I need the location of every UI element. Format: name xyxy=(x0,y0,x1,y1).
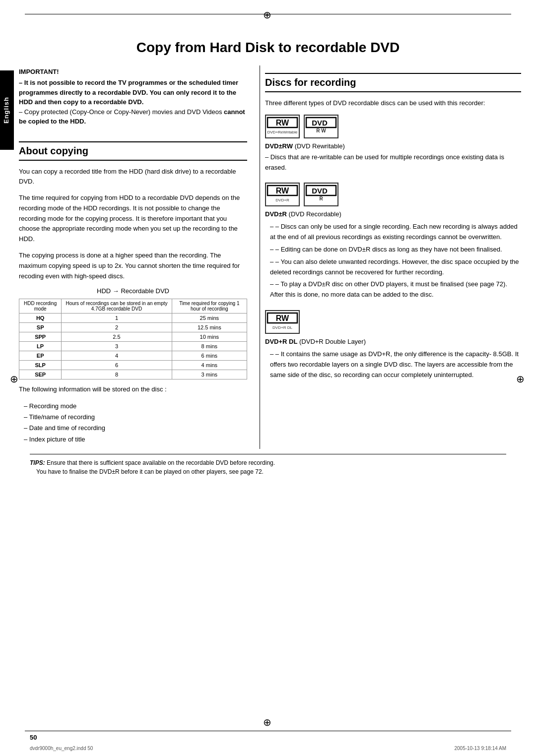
table-row: EP46 mins xyxy=(19,351,247,361)
left-column: IMPORTANT! – It is not possible to recor… xyxy=(14,65,257,449)
disc-rw-section: RW DVD+ReWritable DVD R W DVD±RW (DVD Re… xyxy=(265,115,521,173)
important-title: IMPORTANT! xyxy=(19,68,247,75)
disc2-title: DVD±R (DVD Recordable) xyxy=(265,210,521,218)
crosshair-mid-right xyxy=(516,373,526,383)
about-copying-para3: The copying process is done at a higher … xyxy=(19,251,247,281)
table-cell-5-1: 6 xyxy=(62,361,172,370)
table-row: SP212.5 mins xyxy=(19,323,247,332)
important-text: – It is not possible to record the TV pr… xyxy=(19,78,247,126)
disc1-description: – Discs that are re-writable can be used… xyxy=(265,152,521,173)
hdd-recording-table: HDD recording mode Hours of recordings c… xyxy=(19,299,247,379)
list-item: – Discs can only be used for a single re… xyxy=(270,222,521,243)
crosshair-bottom xyxy=(263,716,273,726)
table-cell-1-0: SP xyxy=(19,323,62,332)
right-column: Discs for recording Three different type… xyxy=(260,65,536,449)
crosshair-mid-left xyxy=(10,373,20,383)
discs-heading: Discs for recording xyxy=(265,73,521,92)
hdd-table-section: HDD → Recordable DVD HDD recording mode … xyxy=(19,287,247,379)
dvdrdl-logos: RW DVD+R DL xyxy=(265,310,521,334)
col-header-mode: HDD recording mode xyxy=(19,299,62,314)
svg-text:RW: RW xyxy=(276,119,289,127)
disc1-title-suffix: (DVD Rewritable) xyxy=(293,142,345,150)
table-cell-3-2: 8 mins xyxy=(172,342,247,351)
col-header-hours: Hours of recordings can be stored in an … xyxy=(62,299,172,314)
svg-text:DVD+R: DVD+R xyxy=(275,198,289,202)
disc3-title-suffix: (DVD+R Double Layer) xyxy=(297,338,366,345)
page-container: Copy from Hard Disk to recordable DVD En… xyxy=(0,0,536,756)
table-cell-4-1: 4 xyxy=(62,351,172,361)
table-header-row: HDD recording mode Hours of recordings c… xyxy=(19,299,247,314)
table-cell-5-2: 4 mins xyxy=(172,361,247,370)
stored-info-list: Recording modeTitle/name of recordingDat… xyxy=(24,401,247,444)
bottom-line xyxy=(25,731,511,731)
table-cell-1-2: 12.5 mins xyxy=(172,323,247,332)
list-item: Date and time of recording xyxy=(24,423,247,434)
tips-label-text: TIPS: xyxy=(30,459,45,466)
dvdr-logos: RW DVD+R DVD R xyxy=(265,183,521,206)
list-item: – It contains the same usage as DVD+R, t… xyxy=(270,349,521,380)
about-copying-para2: The time required for copying from HDD t… xyxy=(19,193,247,245)
table-cell-6-1: 8 xyxy=(62,370,172,379)
page-title: Copy from Hard Disk to recordable DVD xyxy=(30,40,506,56)
tips-text: Ensure that there is sufficient space av… xyxy=(30,459,275,475)
table-cell-0-0: HQ xyxy=(19,314,62,323)
table-cell-0-1: 1 xyxy=(62,314,172,323)
dvdrw-logos: RW DVD+ReWritable DVD R W xyxy=(265,115,521,138)
table-row: SPP2.510 mins xyxy=(19,332,247,342)
table-cell-6-2: 3 mins xyxy=(172,370,247,379)
disc-r-section: RW DVD+R DVD R DVD±R (DVD Recordable) – … xyxy=(265,183,521,300)
table-cell-2-2: 10 mins xyxy=(172,332,247,342)
tips-label: TIPS: Ensure that there is sufficient sp… xyxy=(30,459,275,475)
tips-section: TIPS: Ensure that there is sufficient sp… xyxy=(30,454,506,476)
table-cell-3-0: LP xyxy=(19,342,62,351)
disc3-title-bold: DVD+R DL xyxy=(265,338,297,345)
table-row: SLP64 mins xyxy=(19,361,247,370)
table-cell-0-2: 25 mins xyxy=(172,314,247,323)
svg-text:RW: RW xyxy=(276,187,289,195)
footer-right: 2005-10-13 9:18:14 AM xyxy=(454,746,506,751)
about-copying-para1: You can copy a recorded title from the H… xyxy=(19,167,247,188)
dvd-plus-r-logo: RW DVD+R xyxy=(265,183,300,206)
english-tab: English xyxy=(0,70,14,150)
table-row: HQ125 mins xyxy=(19,314,247,323)
svg-text:DVD: DVD xyxy=(312,119,328,127)
disc3-title: DVD+R DL (DVD+R Double Layer) xyxy=(265,338,521,345)
disc3-description-list: – It contains the same usage as DVD+R, t… xyxy=(270,349,521,380)
disc1-title-bold: DVD±RW xyxy=(265,142,293,150)
table-cell-5-0: SLP xyxy=(19,361,62,370)
svg-text:DVD+R DL: DVD+R DL xyxy=(272,325,292,330)
about-copying-heading: About copying xyxy=(19,141,247,161)
list-item: – Editing can be done on DVD±R discs as … xyxy=(270,245,521,255)
list-item: Title/name of recording xyxy=(24,412,247,423)
table-row: SEP83 mins xyxy=(19,370,247,379)
table-row: LP38 mins xyxy=(19,342,247,351)
table-cell-2-1: 2.5 xyxy=(62,332,172,342)
disc2-description-list: – Discs can only be used for a single re… xyxy=(270,222,521,300)
list-item: Index picture of title xyxy=(24,434,247,445)
page-number: 50 xyxy=(30,734,37,741)
hdd-table-body: HQ125 minsSP212.5 minsSPP2.510 minsLP38 … xyxy=(19,314,247,379)
table-cell-6-0: SEP xyxy=(19,370,62,379)
discs-intro: Three different types of DVD recordable … xyxy=(265,98,521,109)
svg-text:R: R xyxy=(319,196,323,201)
col-header-time: Time required for copying 1 hour of reco… xyxy=(172,299,247,314)
table-cell-4-2: 6 mins xyxy=(172,351,247,361)
important-box: IMPORTANT! – It is not possible to recor… xyxy=(19,65,247,134)
svg-text:DVD: DVD xyxy=(312,187,328,195)
disc2-title-suffix: (DVD Recordable) xyxy=(287,210,341,218)
content-area: English IMPORTANT! – It is not possible … xyxy=(0,65,536,449)
table-cell-1-1: 2 xyxy=(62,323,172,332)
list-item: – You can also delete unwanted recording… xyxy=(270,257,521,278)
top-line xyxy=(25,14,511,14)
svg-text:RW: RW xyxy=(276,314,289,322)
table-cell-4-0: EP xyxy=(19,351,62,361)
about-copying-section: About copying You can copy a recorded ti… xyxy=(19,141,247,445)
disc-dl-section: RW DVD+R DL DVD+R DL (DVD+R Double Layer… xyxy=(265,310,521,380)
dvd-rw-logo: DVD R W xyxy=(304,115,338,138)
list-item: – To play a DVD±R disc on other DVD play… xyxy=(270,279,521,300)
important-line-1: – It is not possible to record the TV pr… xyxy=(19,78,247,126)
table-cell-3-1: 3 xyxy=(62,342,172,351)
disc1-title: DVD±RW (DVD Rewritable) xyxy=(265,142,521,150)
stored-info-intro: The following information will be stored… xyxy=(19,384,247,395)
list-item: Recording mode xyxy=(24,401,247,412)
